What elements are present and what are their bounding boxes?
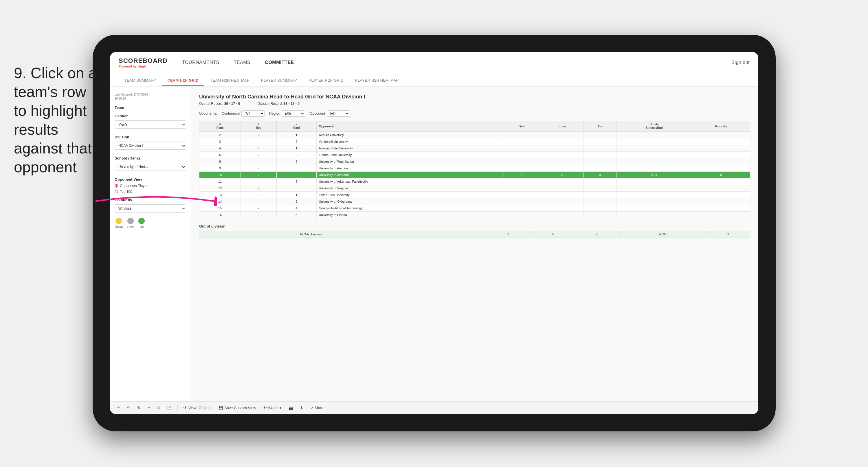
table-cell: [504, 212, 541, 218]
table-cell: [692, 158, 750, 165]
table-cell: [692, 192, 750, 198]
data-title: University of North Carolina Head-to-Hea…: [199, 94, 750, 100]
copy-btn[interactable]: ⧉: [155, 405, 162, 411]
nav-committee[interactable]: COMMITTEE: [265, 58, 294, 66]
tab-team-summary[interactable]: TEAM SUMMARY: [119, 78, 162, 86]
table-cell: [692, 185, 750, 192]
table-cell: [541, 205, 584, 212]
table-cell: [541, 158, 584, 165]
table-row[interactable]: 4-1Arizona State University: [199, 145, 750, 152]
last-updated: Last Updated: 27/03/2024 16:55:38: [115, 93, 186, 101]
nav-items: TOURNAMENTS TEAMS COMMITTEE: [182, 58, 727, 66]
undo-btn[interactable]: ↶: [115, 405, 122, 411]
tab-team-h2h-grid[interactable]: TEAM H2H GRID: [162, 78, 204, 86]
logo-area: SCOREBOARD Powered by clippi: [119, 57, 167, 68]
table-cell: [584, 178, 616, 185]
overall-record: Overall Record: 89 - 17 - 0: [199, 101, 240, 106]
table-cell: 12: [199, 185, 241, 192]
save-custom-view-btn[interactable]: 💾 Save Custom View: [216, 405, 258, 411]
table-cell: [692, 132, 750, 138]
table-row[interactable]: 13-1Texas Tech University: [199, 192, 750, 198]
table-cell: 2: [277, 198, 316, 205]
table-cell: -: [241, 145, 277, 152]
table-row[interactable]: 16-3University of Florida: [199, 212, 750, 218]
table-cell: [504, 152, 541, 158]
scissors-btn[interactable]: ✂: [145, 405, 153, 411]
tab-team-h2h-heatmap[interactable]: TEAM H2H HEATMAP: [204, 78, 255, 86]
tab-player-h2h-grid[interactable]: PLAYER H2H GRID: [303, 78, 349, 86]
table-row[interactable]: 14-2University of Oklahoma: [199, 198, 750, 205]
table-row[interactable]: 8-2University of Washington: [199, 158, 750, 165]
table-cell: 0: [541, 172, 584, 178]
table-cell: [504, 158, 541, 165]
undo2-btn[interactable]: ↻: [135, 405, 143, 411]
out-division-row[interactable]: NCAA Division II10026.003: [199, 231, 750, 238]
table-cell: Texas Tech University: [316, 192, 504, 198]
table-cell: [692, 138, 750, 145]
logo-scoreboard: SCOREBOARD: [119, 57, 167, 64]
tab-player-summary[interactable]: PLAYER SUMMARY: [255, 78, 303, 86]
school-select[interactable]: University of Nort...: [115, 163, 186, 171]
redo-btn[interactable]: ↷: [125, 405, 132, 411]
camera-btn[interactable]: 📷: [286, 405, 296, 411]
region-select[interactable]: (All): [282, 110, 305, 117]
tab-player-h2h-heatmap[interactable]: PLAYER H2H HEATMAP: [349, 78, 405, 86]
table-cell: 16: [199, 212, 241, 218]
table-cell: Arizona State University: [316, 145, 504, 152]
conference-filter: Conference (All): [222, 110, 265, 117]
table-row[interactable]: 15-4Georgia Institute of Technology: [199, 205, 750, 212]
table-cell: [616, 145, 692, 152]
left-panel: Last Updated: 27/03/2024 16:55:38 Team G…: [110, 87, 191, 401]
table-cell: 3: [277, 185, 316, 192]
radio-top100[interactable]: Top 100: [115, 189, 186, 194]
table-cell: 11: [199, 178, 241, 185]
table-cell: [584, 192, 616, 198]
table-cell: [504, 192, 541, 198]
table-cell: [504, 198, 541, 205]
table-row[interactable]: 2-1Auburn University: [199, 132, 750, 138]
table-cell: 0: [584, 172, 616, 178]
table-cell: -: [241, 132, 277, 138]
colour-by-select[interactable]: Win/loss: [115, 204, 186, 212]
table-cell: 8: [199, 158, 241, 165]
table-row[interactable]: 6-2Florida State University: [199, 152, 750, 158]
table-row[interactable]: 11-6University of Arkansas, Fayetteville: [199, 178, 750, 185]
table-cell: 6: [199, 152, 241, 158]
out-division-cell: 3: [705, 231, 750, 238]
table-cell: 2: [199, 132, 241, 138]
sign-out-button[interactable]: Sign out: [732, 58, 750, 66]
gender-select[interactable]: Men's: [115, 120, 186, 128]
watch-btn[interactable]: 👁 Watch ▾: [261, 405, 284, 411]
table-cell: Florida State University: [316, 152, 504, 158]
table-row[interactable]: 9-3University of Arizona: [199, 165, 750, 172]
table-row[interactable]: 10-5University of Alabama3002.618: [199, 172, 750, 178]
view-btn[interactable]: 👁 View: Original: [181, 405, 214, 411]
out-division-cell: [265, 231, 298, 238]
top-nav: SCOREBOARD Powered by clippi TOURNAMENTS…: [110, 52, 758, 73]
nav-teams[interactable]: TEAMS: [234, 58, 251, 66]
table-cell: [616, 185, 692, 192]
table-cell: University of Alabama: [316, 172, 504, 178]
eye-icon: 👁: [184, 406, 187, 410]
division-select[interactable]: NCAA Division I: [115, 142, 186, 150]
table-cell: [692, 212, 750, 218]
opponent-select[interactable]: (All): [327, 110, 350, 117]
table-row[interactable]: 12-3University of Virginia: [199, 185, 750, 192]
table-cell: 5: [277, 172, 316, 178]
table-cell: -: [241, 198, 277, 205]
nav-tournaments[interactable]: TOURNAMENTS: [182, 58, 219, 66]
watch-icon: 👁: [263, 406, 267, 410]
region-filter: Region (All): [269, 110, 305, 117]
out-division-cell: 26.00: [620, 231, 706, 238]
table-row[interactable]: 3-2Vanderbilt University: [199, 138, 750, 145]
dot-gray: [127, 218, 134, 224]
clock-btn[interactable]: 🕐: [165, 405, 174, 411]
legend-level: Level: [127, 218, 134, 228]
download-btn[interactable]: ⬇: [298, 405, 306, 411]
conference-select[interactable]: (All): [241, 110, 265, 117]
radio-opponents-played[interactable]: Opponents Played: [115, 184, 186, 188]
main-content: Last Updated: 27/03/2024 16:55:38 Team G…: [110, 87, 758, 401]
share-btn[interactable]: ↗ Share: [308, 405, 327, 411]
table-cell: 6: [277, 178, 316, 185]
col-conf: #Conf: [277, 121, 316, 132]
